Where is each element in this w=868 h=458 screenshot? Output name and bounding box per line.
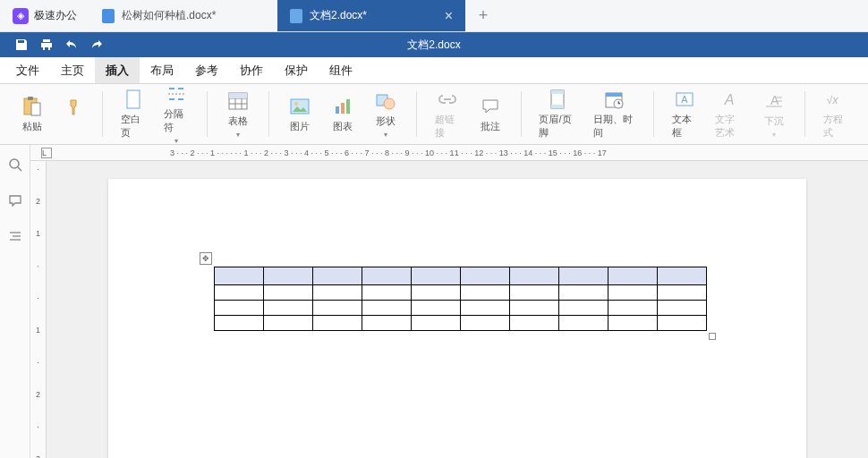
table-cell[interactable] <box>510 267 559 285</box>
table-cell[interactable] <box>608 316 658 331</box>
textbox-button[interactable]: A文本框 <box>665 85 704 143</box>
table-cell[interactable] <box>608 285 658 301</box>
new-tab-button[interactable]: + <box>465 0 501 31</box>
table-cell[interactable] <box>264 267 313 285</box>
ruler-ticks: 3 · · · 2 · · · 1 · · · · · · 1 · · · 2 … <box>54 148 868 157</box>
wordart-button[interactable]: A文字艺术 <box>708 85 751 143</box>
close-icon[interactable]: × <box>445 8 453 24</box>
svg-point-31 <box>10 159 19 168</box>
save-button[interactable] <box>9 32 34 57</box>
table-cell[interactable] <box>461 301 510 316</box>
comment-button[interactable]: 批注 <box>471 92 510 137</box>
table-resize-handle[interactable] <box>709 333 716 340</box>
table-cell[interactable] <box>412 316 461 331</box>
svg-point-11 <box>294 102 298 106</box>
table-cell[interactable] <box>658 285 707 301</box>
svg-rect-9 <box>229 93 247 98</box>
menu-文件[interactable]: 文件 <box>5 57 50 83</box>
table-cell[interactable] <box>559 285 608 301</box>
dropcap-button[interactable]: A下沉▾ <box>754 87 794 142</box>
svg-rect-18 <box>551 90 564 94</box>
table-cell[interactable] <box>608 301 658 316</box>
table-cell[interactable] <box>559 301 608 316</box>
hyperlink-button[interactable]: 超链接 <box>428 85 467 143</box>
svg-rect-21 <box>606 93 622 97</box>
equation-button[interactable]: √x方程式 <box>816 85 855 143</box>
table-cell[interactable] <box>510 285 559 301</box>
table-cell[interactable] <box>461 316 510 331</box>
paste-icon <box>21 96 43 117</box>
table-cell[interactable] <box>658 316 707 331</box>
menu-保护[interactable]: 保护 <box>274 57 319 83</box>
table-cell[interactable] <box>559 316 608 331</box>
table-cell[interactable] <box>264 285 313 301</box>
table-cell[interactable] <box>215 316 264 331</box>
table-cell[interactable] <box>362 285 412 301</box>
print-button[interactable] <box>34 32 59 57</box>
table-cell[interactable] <box>362 267 412 285</box>
menu-插入[interactable]: 插入 <box>95 57 140 83</box>
table-cell[interactable] <box>461 267 510 285</box>
chart-button[interactable]: 图表 <box>323 92 362 137</box>
paste-button[interactable]: 粘贴 <box>13 92 52 137</box>
shape-button[interactable]: 形状▾ <box>366 87 405 142</box>
table-cell[interactable] <box>608 267 658 285</box>
svg-text:A: A <box>681 94 688 105</box>
document-icon <box>102 9 115 23</box>
menu-协作[interactable]: 协作 <box>229 57 274 83</box>
wordart-icon: A <box>719 89 740 110</box>
table-cell[interactable] <box>461 285 510 301</box>
blank-page-button[interactable]: 空白页 <box>114 85 153 143</box>
table-cell[interactable] <box>264 301 313 316</box>
table-grid[interactable] <box>214 267 707 331</box>
date-time-button[interactable]: 日期、时间 <box>586 85 642 143</box>
vertical-ruler[interactable]: ·21··1·2·3·4·5 <box>30 161 47 458</box>
table-cell[interactable] <box>264 316 313 331</box>
table-button[interactable]: 表格▾ <box>218 87 258 142</box>
table-cell[interactable] <box>658 267 707 285</box>
svg-rect-13 <box>341 103 345 114</box>
table-cell[interactable] <box>313 285 362 301</box>
undo-button[interactable] <box>59 32 84 57</box>
table-cell[interactable] <box>559 267 608 285</box>
textbox-icon: A <box>674 89 695 110</box>
table-cell[interactable] <box>215 267 264 285</box>
document-page[interactable]: ✥ <box>108 179 806 458</box>
table-cell[interactable] <box>412 285 461 301</box>
table-cell[interactable] <box>313 316 362 331</box>
table-move-handle[interactable]: ✥ <box>200 252 212 265</box>
table-cell[interactable] <box>362 316 412 331</box>
table-cell[interactable] <box>412 267 461 285</box>
comments-panel-icon[interactable] <box>8 193 22 208</box>
document-icon <box>290 9 302 23</box>
table-cell[interactable] <box>510 301 559 316</box>
outline-icon[interactable] <box>8 229 22 243</box>
svg-rect-1 <box>28 97 33 100</box>
equation-icon: √x <box>825 89 847 110</box>
header-footer-button[interactable]: 页眉/页脚 <box>532 85 582 143</box>
table-cell[interactable] <box>412 301 461 316</box>
menu-组件[interactable]: 组件 <box>319 57 363 83</box>
format-painter-button[interactable] <box>55 93 91 135</box>
menu-主页[interactable]: 主页 <box>50 57 95 83</box>
document-tab-1[interactable]: 文档2.docx* × <box>277 0 465 31</box>
table-cell[interactable] <box>313 267 362 285</box>
app-tab[interactable]: ◈ 极速办公 <box>0 0 89 31</box>
table-cell[interactable] <box>313 301 362 316</box>
inserted-table[interactable]: ✥ <box>214 267 707 331</box>
table-cell[interactable] <box>658 301 707 316</box>
search-icon[interactable] <box>8 157 22 172</box>
page-scroll[interactable]: ✥ <box>47 161 868 458</box>
document-tab-0[interactable]: 松树如何种植.docx* <box>89 0 277 31</box>
table-cell[interactable] <box>362 301 412 316</box>
separator-button[interactable]: 分隔符▾ <box>157 80 196 148</box>
picture-button[interactable]: 图片 <box>280 92 319 137</box>
redo-button[interactable] <box>84 32 109 57</box>
calendar-icon <box>603 89 625 110</box>
table-icon <box>227 90 249 112</box>
table-cell[interactable] <box>510 316 559 331</box>
horizontal-ruler[interactable]: L 3 · · · 2 · · · 1 · · · · · · 1 · · · … <box>30 145 868 161</box>
table-cell[interactable] <box>215 285 264 301</box>
app-name: 极速办公 <box>34 8 77 23</box>
table-cell[interactable] <box>215 301 264 316</box>
